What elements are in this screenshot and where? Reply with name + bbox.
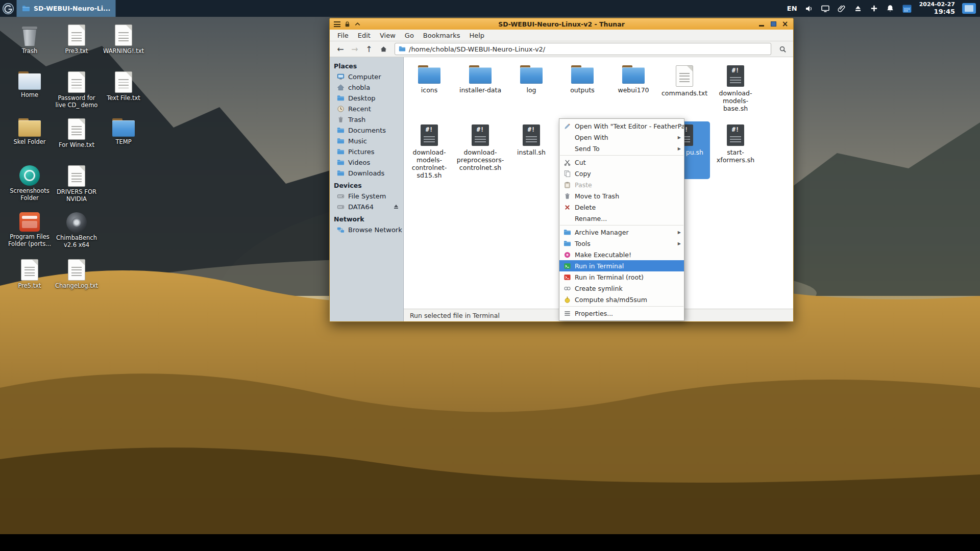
menu-item-properties[interactable]: Properties... [559,308,684,319]
sidebar-item-chobla[interactable]: chobla [330,82,403,93]
desktop-item-pre5[interactable]: Pre5.txt [6,258,53,305]
desktop-item-pre3[interactable]: Pre3.txt [53,23,100,70]
maximize-button[interactable] [770,20,777,28]
sidebar-item-data64[interactable]: DATA64 [330,202,403,212]
menu-item-rename[interactable]: Rename... [559,213,684,224]
taskbar-window-button[interactable]: SD-WEBUI-Neuro-Li... [16,0,116,17]
volume-icon[interactable] [804,4,814,13]
file-outputs[interactable]: outputs [557,62,608,112]
search-button[interactable] [776,43,789,55]
desktop-item-program-files[interactable]: Program Files Folder (ports... [6,211,53,258]
sidebar-item-trash[interactable]: Trash [330,114,403,125]
desktop-item-nvidia-drivers[interactable]: DRIVERS FOR NVIDIA [53,164,100,211]
window-controls: × [758,20,791,28]
language-indicator[interactable]: EN [787,5,797,12]
menu-file[interactable]: File [333,32,353,39]
menu-go[interactable]: Go [400,32,419,39]
menu-item-open-with[interactable]: Open With▶ [559,132,684,143]
notifications-bell-icon[interactable] [886,4,895,13]
sidebar-item-music[interactable]: Music [330,136,403,146]
file-download-preprocessors-controlnet[interactable]: download-preprocessors-controlnet.sh [455,121,506,179]
copy-icon [564,170,571,178]
file-label: start-xformers.sh [712,148,760,164]
folder-icon [399,45,406,53]
desktop-item-temp[interactable]: TEMP [100,117,147,164]
file-install-sh[interactable]: install.sh [506,121,557,179]
calendar-icon[interactable] [902,4,912,14]
desktop-item-screenshots[interactable]: Screenshoots Folder [6,164,53,211]
menu-item-archive-manager[interactable]: Archive Manager▶ [559,227,684,238]
desktop-item-changelog[interactable]: ChangeLog.txt [53,258,100,305]
menu-bookmarks[interactable]: Bookmarks [419,32,465,39]
file-icons[interactable]: icons [404,62,455,112]
desktop-item-trash[interactable]: Trash [6,23,53,70]
sidebar-item-documents[interactable]: Documents [330,125,403,136]
file-label: download-models-base.sh [712,89,760,112]
menu-item-move-to-trash[interactable]: Move to Trash [559,190,684,202]
folder-icon [469,65,492,84]
home-icon [337,84,345,91]
menu-item-compute-checksum[interactable]: Compute sha/md5sum [559,294,684,305]
desktop-item-home[interactable]: Home [6,70,53,117]
sidebar-item-browse-network[interactable]: Browse Network [330,224,403,235]
properties-icon [564,310,571,317]
plus-icon[interactable] [870,4,878,13]
chevron-up-icon[interactable] [353,20,362,28]
clipboard-manager-icon[interactable] [837,4,846,13]
menu-view[interactable]: View [375,32,400,39]
sidebar-item-desktop[interactable]: Desktop [330,93,403,104]
back-button[interactable]: ← [334,43,347,55]
app-launcher-button[interactable] [0,0,16,17]
menu-help[interactable]: Help [464,32,489,39]
sidebar-item-computer[interactable]: Computer [330,71,403,82]
desktop-item-password[interactable]: Password for live CD_ demo [53,70,100,117]
file-log[interactable]: log [506,62,557,112]
minimize-button[interactable] [758,20,765,28]
menu-item-run-in-terminal[interactable]: Run in Terminal [559,260,684,271]
show-desktop-icon[interactable] [962,3,976,14]
sidebar-item-pictures[interactable]: Pictures [330,146,403,157]
desktop-item-warning[interactable]: WARNING!.txt [100,23,147,70]
forward-button[interactable]: → [348,43,361,55]
menu-item-make-executable[interactable]: Make Executable! [559,249,684,260]
desktop-item-chimbabench[interactable]: ChimbaBench v2.6 x64 [53,211,100,258]
file-webui170[interactable]: webui170 [608,62,659,112]
eject-button[interactable] [393,203,400,210]
sidebar-item-downloads[interactable]: Downloads [330,168,403,179]
desktop-item-skel-folder[interactable]: Skel Folder [6,117,53,164]
menu-item-open-with-featherpad[interactable]: Open With "Text Editor - FeatherPad" [559,120,684,132]
menu-item-cut[interactable]: Cut [559,157,684,168]
taskbar-window-label: SD-WEBUI-Neuro-Li... [34,5,110,12]
menu-item-run-in-terminal-root[interactable]: Run in Terminal (root) [559,271,684,283]
menu-item-tools[interactable]: Tools▶ [559,238,684,249]
home-button[interactable] [377,43,390,55]
path-bar[interactable]: /home/chobla/SD-WEBUI-Neuro-Linux-v2/ [395,43,771,55]
eject-icon[interactable] [853,4,863,13]
sidebar-item-videos[interactable]: Videos [330,157,403,168]
folder-icon [18,71,41,90]
menu-item-send-to[interactable]: Send To▶ [559,143,684,154]
desktop-column-1: Trash Home Skel Folder Screenshoots Fold… [6,23,53,305]
display-icon[interactable] [821,4,830,13]
sidebar-item-file-system[interactable]: File System [330,191,403,202]
file-download-models-controlnet-sd15[interactable]: download-models-controlnet-sd15.sh [404,121,455,179]
file-start-xformers[interactable]: start-xformers.sh [710,121,761,179]
desktop-item-text-file[interactable]: Text File.txt [100,70,147,117]
file-commands-txt[interactable]: commands.txt [659,62,710,112]
menu-item-create-symlink[interactable]: Create symlink [559,283,684,294]
folder-icon [337,94,345,102]
sidebar-item-recent[interactable]: Recent [330,104,403,114]
text-file-icon [68,118,85,140]
titlebar[interactable]: SD-WEBUI-Neuro-Linux-v2 - Thunar × [330,18,793,30]
menu-edit[interactable]: Edit [353,32,375,39]
desktop-item-for-wine[interactable]: For Wine.txt [53,117,100,164]
up-button[interactable]: ↑ [362,43,376,55]
close-button[interactable]: × [781,20,789,28]
lock-icon[interactable] [342,20,352,28]
file-installer-data[interactable]: installer-data [455,62,506,112]
clock[interactable]: 2024-02-27 19:45 [919,1,955,16]
menu-item-delete[interactable]: Delete [559,202,684,213]
menu-item-copy[interactable]: Copy [559,168,684,179]
window-menu-icon[interactable] [332,20,341,28]
file-download-models-base[interactable]: download-models-base.sh [710,62,761,112]
